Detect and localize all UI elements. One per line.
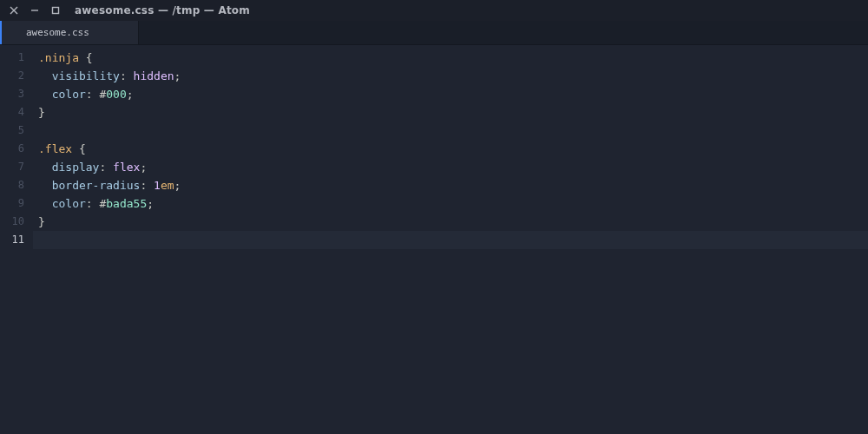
line-number: 11 bbox=[0, 231, 33, 249]
line-number: 3 bbox=[0, 85, 33, 103]
code-line[interactable]: color: #000; bbox=[33, 85, 868, 103]
line-number: 5 bbox=[0, 122, 33, 140]
line-number: 7 bbox=[0, 158, 33, 176]
editor-area[interactable]: 1234567891011 .ninja { visibility: hidde… bbox=[0, 45, 868, 434]
window-title: awesome.css — /tmp — Atom bbox=[75, 4, 250, 16]
code-line[interactable]: } bbox=[33, 103, 868, 122]
line-number: 6 bbox=[0, 140, 33, 158]
code-line[interactable]: display: flex; bbox=[33, 158, 868, 176]
line-number: 4 bbox=[0, 103, 33, 122]
window-maximize-icon[interactable] bbox=[49, 3, 62, 17]
code-line[interactable]: color: #bada55; bbox=[33, 194, 868, 213]
tab-bar: awesome.css bbox=[0, 21, 868, 45]
window-titlebar: awesome.css — /tmp — Atom bbox=[0, 0, 868, 21]
code-line[interactable]: visibility: hidden; bbox=[33, 67, 868, 85]
tab-awesome-css[interactable]: awesome.css bbox=[0, 21, 139, 44]
svg-rect-0 bbox=[53, 8, 59, 14]
line-number: 10 bbox=[0, 213, 33, 231]
code-line[interactable]: .ninja { bbox=[33, 49, 868, 67]
line-number: 9 bbox=[0, 194, 33, 213]
line-number: 8 bbox=[0, 176, 33, 194]
line-number: 1 bbox=[0, 49, 33, 67]
code-line[interactable] bbox=[33, 122, 868, 140]
window-close-icon[interactable] bbox=[7, 3, 21, 17]
code-line[interactable] bbox=[33, 231, 868, 249]
code-line[interactable]: .flex { bbox=[33, 140, 868, 158]
window-minimize-icon[interactable] bbox=[28, 3, 42, 17]
line-number-gutter: 1234567891011 bbox=[0, 45, 33, 434]
code-content[interactable]: .ninja { visibility: hidden; color: #000… bbox=[33, 45, 868, 434]
line-number: 2 bbox=[0, 67, 33, 85]
code-line[interactable]: border-radius: 1em; bbox=[33, 176, 868, 194]
tab-label: awesome.css bbox=[26, 27, 89, 38]
code-line[interactable]: } bbox=[33, 213, 868, 231]
tab-active-indicator bbox=[0, 21, 2, 44]
